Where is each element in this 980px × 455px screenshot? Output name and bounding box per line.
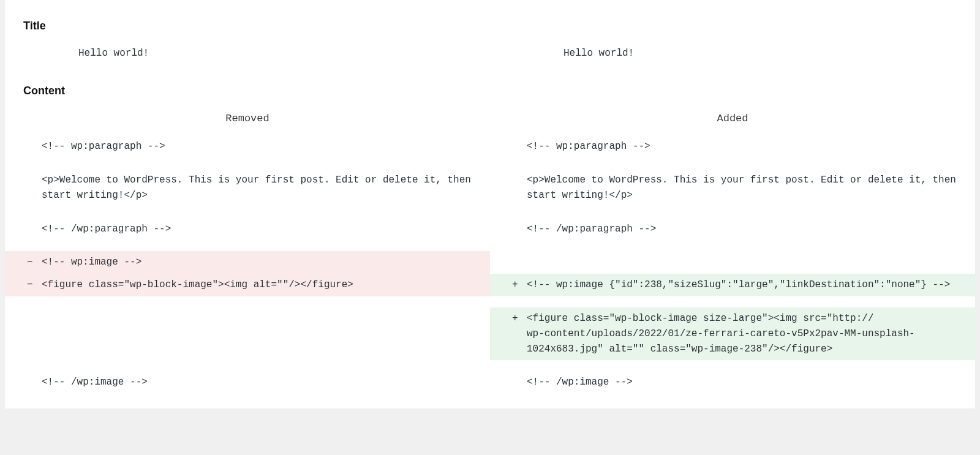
plus-marker: + bbox=[512, 311, 518, 326]
diff-line: <!-- /wp:image --> bbox=[5, 371, 490, 394]
diff-text: <!-- /wp:paragraph --> bbox=[527, 224, 656, 235]
diff-line: <!-- /wp:paragraph --> bbox=[490, 218, 975, 241]
diff-line: <!-- /wp:image --> bbox=[490, 371, 975, 394]
diff-text: <!-- wp:paragraph --> bbox=[527, 141, 650, 152]
plus-marker: + bbox=[512, 277, 518, 293]
diff-line: <p>Welcome to WordPress. This is your fi… bbox=[5, 169, 490, 207]
diff-text: <!-- wp:image --> bbox=[42, 257, 141, 268]
diff-text: <!-- /wp:image --> bbox=[42, 377, 148, 388]
title-left: Hello world! bbox=[42, 42, 478, 65]
diff-line: −<!-- wp:image --> bbox=[5, 251, 490, 274]
diff-text: <!-- wp:image {"id":238,"sizeSlug":"larg… bbox=[527, 279, 950, 290]
diff-line: <!-- wp:paragraph --> bbox=[490, 135, 975, 158]
diff-text: <!-- wp:paragraph --> bbox=[42, 141, 165, 152]
removed-column-header: Removed bbox=[5, 105, 490, 135]
minus-marker: − bbox=[27, 277, 33, 293]
diff-text: <figure class="wp-block-image"><img alt=… bbox=[42, 279, 353, 290]
content-diff-table: Removed Added <!-- wp:paragraph --><!-- … bbox=[5, 105, 975, 394]
diff-line: <p>Welcome to WordPress. This is your fi… bbox=[490, 169, 975, 207]
diff-line: +<!-- wp:image {"id":238,"sizeSlug":"lar… bbox=[490, 274, 975, 296]
minus-marker: − bbox=[27, 255, 33, 270]
title-diff-table: Hello world! Hello world! bbox=[5, 40, 975, 67]
title-right: Hello world! bbox=[527, 42, 963, 65]
added-column-header: Added bbox=[490, 105, 975, 135]
diff-line: +<figure class="wp-block-image size-larg… bbox=[490, 307, 975, 360]
diff-text: <p>Welcome to WordPress. This is your fi… bbox=[42, 175, 477, 201]
title-section-heading: Title bbox=[23, 20, 975, 32]
content-section-heading: Content bbox=[23, 85, 975, 97]
revision-diff-panel: Title Hello world! Hello world! Content … bbox=[5, 0, 975, 408]
diff-text: <!-- /wp:paragraph --> bbox=[42, 224, 171, 235]
diff-text: <figure class="wp-block-image size-large… bbox=[527, 313, 956, 355]
diff-text: <!-- /wp:image --> bbox=[527, 377, 633, 388]
diff-line: <!-- wp:paragraph --> bbox=[5, 135, 490, 158]
diff-line: <!-- /wp:paragraph --> bbox=[5, 218, 490, 241]
diff-line: −<figure class="wp-block-image"><img alt… bbox=[5, 274, 490, 296]
diff-text: <p>Welcome to WordPress. This is your fi… bbox=[527, 175, 962, 201]
